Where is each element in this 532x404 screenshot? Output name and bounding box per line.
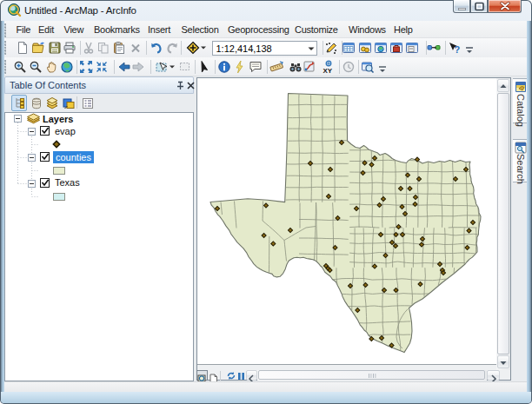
svg-text:?: ?: [455, 44, 461, 55]
svg-text:XY: XY: [323, 67, 333, 74]
